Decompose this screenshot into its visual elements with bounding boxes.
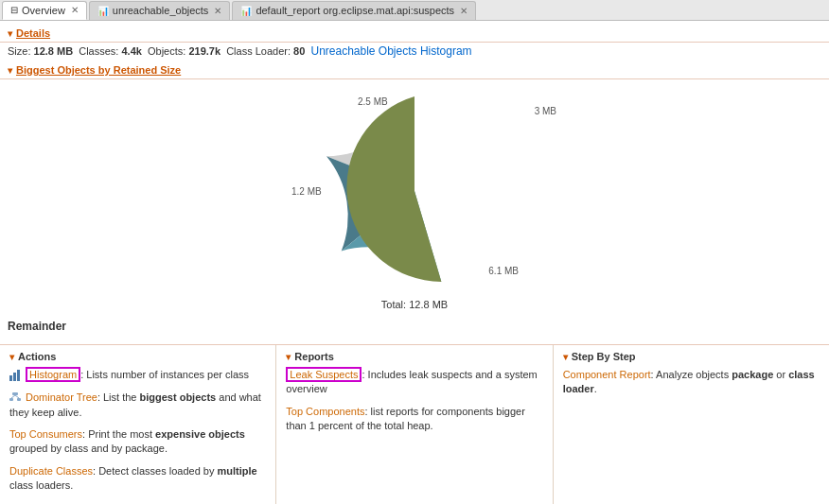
reports-toggle-icon: ▾ <box>286 352 291 362</box>
details-toggle-icon: ▾ <box>8 28 12 39</box>
dominator-tree-link[interactable]: Dominator Tree <box>26 391 97 403</box>
svg-rect-7 <box>17 398 21 401</box>
leak-suspects-link[interactable]: Leak Suspects <box>286 367 362 382</box>
actions-toggle-icon: ▾ <box>9 352 14 362</box>
chart-label-3mb: 3 MB <box>535 106 556 116</box>
histogram-icon <box>9 368 21 382</box>
svg-rect-6 <box>9 398 13 401</box>
actions-column: ▾ Actions Histogram: Lists number of ins… <box>0 345 276 504</box>
tab-default-report[interactable]: 📊 default_report org.eclipse.mat.api:sus… <box>232 1 476 20</box>
unreachable-objects-link[interactable]: Unreachable Objects Histogram <box>310 44 471 58</box>
report-leak-suspects: Leak Suspects: Includes leak suspects an… <box>286 368 542 397</box>
report-top-components: Top Components: list reports for compone… <box>286 405 542 434</box>
tab-close-overview[interactable]: ✕ <box>71 5 79 15</box>
details-content: Size: 12.8 MB Classes: 4.4k Objects: 219… <box>0 43 829 61</box>
tab-close-default-report[interactable]: ✕ <box>460 6 467 16</box>
step-by-step-toggle-icon: ▾ <box>563 352 568 362</box>
svg-rect-3 <box>12 392 18 395</box>
three-columns: ▾ Actions Histogram: Lists number of ins… <box>0 344 829 504</box>
biggest-objects-section-header[interactable]: ▾ Biggest Objects by Retained Size <box>0 61 829 78</box>
chart-total: Total: 12.8 MB <box>381 299 448 310</box>
tab-close-unreachable[interactable]: ✕ <box>214 6 221 16</box>
reports-header-label: Reports <box>294 351 334 362</box>
actions-header: ▾ Actions <box>9 351 266 362</box>
pie-chart-wrapper: 2.5 MB 3 MB 1.2 MB 6.1 MB <box>254 87 575 295</box>
svg-rect-0 <box>9 375 12 381</box>
histogram-description: : Lists number of instances per class <box>80 369 249 380</box>
step-component-report: Component Report: Analyze objects packag… <box>563 368 820 397</box>
details-text: Size: 12.8 MB Classes: 4.4k Objects: 219… <box>8 45 310 57</box>
chart-container: 2.5 MB 3 MB 1.2 MB 6.1 MB <box>0 87 829 310</box>
component-report-link[interactable]: Component Report <box>563 369 651 380</box>
step-by-step-header-label: Step By Step <box>572 351 636 362</box>
svg-line-5 <box>15 395 19 398</box>
overview-icon: ⊟ <box>10 5 18 15</box>
actions-header-label: Actions <box>18 351 56 362</box>
svg-line-4 <box>11 395 15 398</box>
remainder-label: Remainder <box>0 318 829 340</box>
chart-label-1-2mb: 1.2 MB <box>291 186 322 197</box>
top-components-link[interactable]: Top Components <box>286 406 364 417</box>
default-report-icon: 📊 <box>240 6 252 16</box>
pie-chart-svg <box>320 96 509 286</box>
action-dominator-tree: Dominator Tree: List the biggest objects… <box>9 391 266 420</box>
biggest-objects-toggle-icon: ▾ <box>8 65 12 76</box>
details-section-header[interactable]: ▾ Details <box>0 25 829 42</box>
biggest-objects-divider <box>0 78 829 79</box>
svg-rect-1 <box>13 373 16 381</box>
tab-bar: ⊟ Overview ✕ 📊 unreachable_objects ✕ 📊 d… <box>0 0 829 21</box>
histogram-link[interactable]: Histogram <box>26 367 80 382</box>
svg-rect-2 <box>17 370 20 381</box>
step-by-step-column: ▾ Step By Step Component Report: Analyze… <box>554 345 829 504</box>
tab-overview[interactable]: ⊟ Overview ✕ <box>2 1 87 20</box>
main-content: ▾ Details Size: 12.8 MB Classes: 4.4k Ob… <box>0 21 829 504</box>
details-header-label: Details <box>16 27 50 39</box>
action-histogram: Histogram: Lists number of instances per… <box>9 368 266 383</box>
step-by-step-header: ▾ Step By Step <box>563 351 820 362</box>
biggest-objects-header-label: Biggest Objects by Retained Size <box>16 64 181 76</box>
tab-unreachable-objects[interactable]: 📊 unreachable_objects ✕ <box>89 1 231 20</box>
unreachable-objects-icon: 📊 <box>97 6 109 16</box>
reports-header: ▾ Reports <box>286 351 542 362</box>
dominator-tree-icon <box>9 391 21 405</box>
action-top-consumers: Top Consumers: Print the most expensive … <box>9 427 266 457</box>
duplicate-classes-link[interactable]: Duplicate Classes <box>9 465 93 477</box>
action-duplicate-classes: Duplicate Classes: Detect classes loaded… <box>9 464 266 494</box>
top-consumers-link[interactable]: Top Consumers <box>9 428 82 440</box>
reports-column: ▾ Reports Leak Suspects: Includes leak s… <box>276 345 553 504</box>
